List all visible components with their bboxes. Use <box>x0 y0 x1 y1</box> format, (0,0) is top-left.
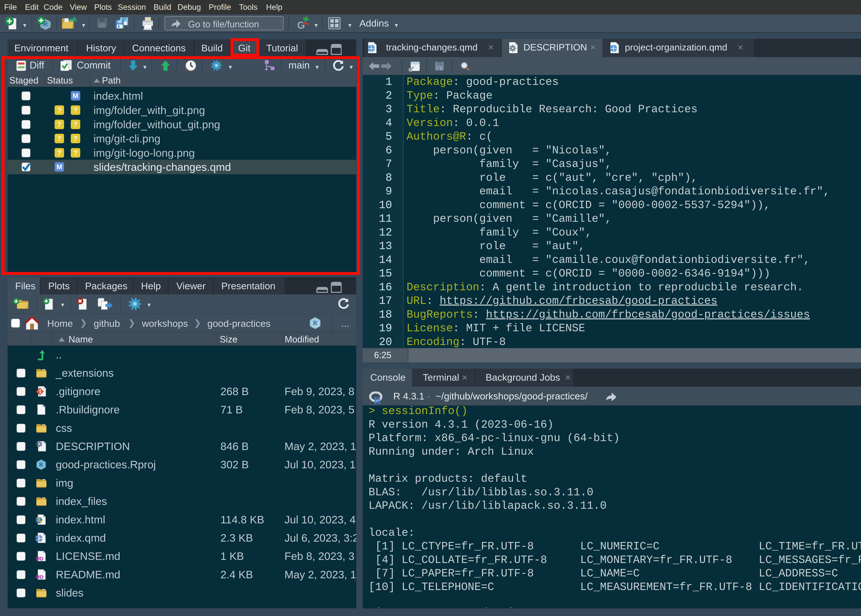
svg-text:R: R <box>39 461 44 468</box>
svg-text:R: R <box>313 319 317 326</box>
svg-text:G: G <box>297 19 305 30</box>
svg-text:MD: MD <box>36 574 44 580</box>
svg-text:R: R <box>374 395 381 405</box>
svg-text:MD: MD <box>36 556 44 561</box>
